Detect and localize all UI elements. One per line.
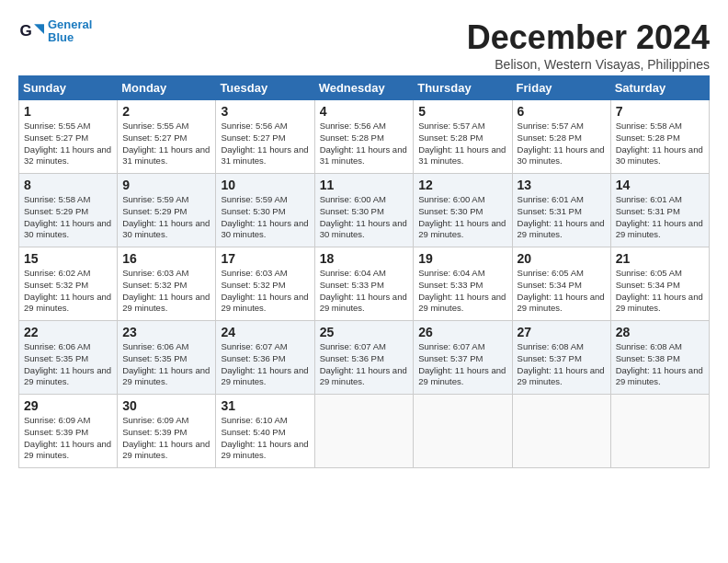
- calendar-cell-day-18: 18 Sunrise: 6:04 AMSunset: 5:33 PMDaylig…: [314, 247, 414, 321]
- day-number: 23: [122, 325, 210, 339]
- calendar-cell-day-13: 13 Sunrise: 6:01 AMSunset: 5:31 PMDaylig…: [512, 174, 610, 247]
- day-info: Sunrise: 6:00 AMSunset: 5:30 PMDaylight:…: [418, 194, 506, 241]
- calendar-cell-day-3: 3 Sunrise: 5:56 AMSunset: 5:27 PMDayligh…: [216, 100, 314, 174]
- day-info: Sunrise: 6:06 AMSunset: 5:35 PMDaylight:…: [122, 341, 210, 388]
- logo-icon: G: [18, 18, 44, 44]
- calendar-cell-day-21: 21 Sunrise: 6:05 AMSunset: 5:34 PMDaylig…: [610, 247, 709, 321]
- weekday-header-tuesday: Tuesday: [216, 76, 314, 100]
- day-number: 12: [418, 178, 506, 192]
- calendar-week-2: 8 Sunrise: 5:58 AMSunset: 5:29 PMDayligh…: [19, 174, 710, 247]
- day-number: 29: [24, 398, 112, 413]
- weekday-header-friday: Friday: [512, 76, 610, 100]
- day-info: Sunrise: 5:57 AMSunset: 5:28 PMDaylight:…: [418, 121, 506, 167]
- day-info: Sunrise: 6:07 AMSunset: 5:37 PMDaylight:…: [418, 341, 506, 388]
- day-info: Sunrise: 6:01 AMSunset: 5:31 PMDaylight:…: [518, 194, 606, 241]
- weekday-header-saturday: Saturday: [610, 76, 709, 100]
- day-info: Sunrise: 5:56 AMSunset: 5:27 PMDaylight:…: [221, 121, 309, 167]
- day-info: Sunrise: 5:59 AMSunset: 5:30 PMDaylight:…: [221, 194, 309, 241]
- calendar-header: SundayMondayTuesdayWednesdayThursdayFrid…: [19, 76, 710, 100]
- calendar-cell-day-5: 5 Sunrise: 5:57 AMSunset: 5:28 PMDayligh…: [414, 100, 512, 174]
- day-number: 8: [24, 178, 112, 192]
- day-number: 15: [24, 251, 112, 266]
- day-number: 16: [122, 251, 210, 266]
- weekday-header-thursday: Thursday: [414, 76, 512, 100]
- day-number: 26: [418, 325, 506, 339]
- calendar-cell-empty: [610, 395, 709, 468]
- logo: G General Blue: [18, 18, 92, 45]
- day-info: Sunrise: 6:04 AMSunset: 5:33 PMDaylight:…: [418, 268, 506, 315]
- calendar-cell-day-6: 6 Sunrise: 5:57 AMSunset: 5:28 PMDayligh…: [512, 100, 610, 174]
- calendar-cell-day-1: 1 Sunrise: 5:55 AMSunset: 5:27 PMDayligh…: [19, 100, 118, 174]
- day-info: Sunrise: 5:56 AMSunset: 5:28 PMDaylight:…: [320, 121, 409, 167]
- logo-line1: General: [48, 17, 92, 31]
- svg-text:G: G: [20, 22, 32, 40]
- calendar-cell-day-31: 31 Sunrise: 6:10 AMSunset: 5:40 PMDaylig…: [216, 395, 314, 468]
- calendar-cell-day-29: 29 Sunrise: 6:09 AMSunset: 5:39 PMDaylig…: [19, 395, 118, 468]
- svg-marker-1: [34, 25, 44, 35]
- calendar-cell-day-27: 27 Sunrise: 6:08 AMSunset: 5:37 PMDaylig…: [512, 321, 610, 395]
- calendar-cell-day-28: 28 Sunrise: 6:08 AMSunset: 5:38 PMDaylig…: [610, 321, 709, 395]
- day-number: 3: [221, 104, 309, 119]
- logo-line2: Blue: [48, 30, 74, 44]
- day-number: 5: [418, 104, 506, 119]
- calendar-cell-day-24: 24 Sunrise: 6:07 AMSunset: 5:36 PMDaylig…: [216, 321, 314, 395]
- day-number: 27: [518, 325, 606, 339]
- calendar-cell-day-12: 12 Sunrise: 6:00 AMSunset: 5:30 PMDaylig…: [414, 174, 512, 247]
- calendar-cell-day-19: 19 Sunrise: 6:04 AMSunset: 5:33 PMDaylig…: [414, 247, 512, 321]
- logo-text: General Blue: [48, 18, 92, 45]
- calendar-cell-day-22: 22 Sunrise: 6:06 AMSunset: 5:35 PMDaylig…: [19, 321, 118, 395]
- day-number: 30: [122, 398, 210, 413]
- weekday-header-sunday: Sunday: [19, 76, 118, 100]
- calendar-cell-day-15: 15 Sunrise: 6:02 AMSunset: 5:32 PMDaylig…: [19, 247, 118, 321]
- calendar-cell-day-23: 23 Sunrise: 6:06 AMSunset: 5:35 PMDaylig…: [118, 321, 216, 395]
- day-number: 21: [616, 251, 704, 266]
- day-info: Sunrise: 6:10 AMSunset: 5:40 PMDaylight:…: [221, 415, 309, 462]
- day-info: Sunrise: 6:03 AMSunset: 5:32 PMDaylight:…: [221, 268, 309, 315]
- day-number: 14: [616, 178, 704, 192]
- day-number: 20: [518, 251, 606, 266]
- calendar-week-5: 29 Sunrise: 6:09 AMSunset: 5:39 PMDaylig…: [19, 395, 710, 468]
- day-number: 9: [122, 178, 210, 192]
- calendar-cell-day-14: 14 Sunrise: 6:01 AMSunset: 5:31 PMDaylig…: [610, 174, 709, 247]
- calendar-cell-day-4: 4 Sunrise: 5:56 AMSunset: 5:28 PMDayligh…: [314, 100, 414, 174]
- day-number: 17: [221, 251, 309, 266]
- calendar-cell-day-11: 11 Sunrise: 6:00 AMSunset: 5:30 PMDaylig…: [314, 174, 414, 247]
- day-info: Sunrise: 6:02 AMSunset: 5:32 PMDaylight:…: [24, 268, 112, 315]
- day-info: Sunrise: 6:08 AMSunset: 5:37 PMDaylight:…: [518, 341, 606, 388]
- day-number: 28: [616, 325, 704, 339]
- day-number: 10: [221, 178, 309, 192]
- day-number: 31: [221, 398, 309, 413]
- calendar-cell-empty: [314, 395, 414, 468]
- day-info: Sunrise: 6:00 AMSunset: 5:30 PMDaylight:…: [320, 194, 409, 241]
- day-info: Sunrise: 5:58 AMSunset: 5:29 PMDaylight:…: [24, 194, 112, 241]
- weekday-header-wednesday: Wednesday: [314, 76, 414, 100]
- calendar-cell-day-25: 25 Sunrise: 6:07 AMSunset: 5:36 PMDaylig…: [314, 321, 414, 395]
- day-number: 4: [320, 104, 409, 119]
- title-block: December 2024 Belison, Western Visayas, …: [467, 18, 710, 72]
- calendar-cell-day-2: 2 Sunrise: 5:55 AMSunset: 5:27 PMDayligh…: [118, 100, 216, 174]
- calendar-table: SundayMondayTuesdayWednesdayThursdayFrid…: [18, 75, 710, 468]
- day-number: 19: [418, 251, 506, 266]
- calendar-cell-day-20: 20 Sunrise: 6:05 AMSunset: 5:34 PMDaylig…: [512, 247, 610, 321]
- calendar-body: 1 Sunrise: 5:55 AMSunset: 5:27 PMDayligh…: [19, 100, 710, 468]
- day-number: 1: [24, 104, 112, 119]
- day-info: Sunrise: 6:06 AMSunset: 5:35 PMDaylight:…: [24, 341, 112, 388]
- day-number: 2: [122, 104, 210, 119]
- weekday-header-monday: Monday: [118, 76, 216, 100]
- day-info: Sunrise: 6:08 AMSunset: 5:38 PMDaylight:…: [616, 341, 704, 388]
- month-title: December 2024: [467, 18, 710, 57]
- calendar-cell-empty: [414, 395, 512, 468]
- calendar-cell-day-10: 10 Sunrise: 5:59 AMSunset: 5:30 PMDaylig…: [216, 174, 314, 247]
- calendar-week-1: 1 Sunrise: 5:55 AMSunset: 5:27 PMDayligh…: [19, 100, 710, 174]
- day-info: Sunrise: 6:09 AMSunset: 5:39 PMDaylight:…: [24, 415, 112, 462]
- page-header: G General Blue December 2024 Belison, We…: [18, 18, 710, 72]
- day-info: Sunrise: 6:09 AMSunset: 5:39 PMDaylight:…: [122, 415, 210, 462]
- day-info: Sunrise: 6:04 AMSunset: 5:33 PMDaylight:…: [320, 268, 409, 315]
- calendar-cell-empty: [512, 395, 610, 468]
- weekday-header-row: SundayMondayTuesdayWednesdayThursdayFrid…: [19, 76, 710, 100]
- calendar-cell-day-26: 26 Sunrise: 6:07 AMSunset: 5:37 PMDaylig…: [414, 321, 512, 395]
- calendar-cell-day-9: 9 Sunrise: 5:59 AMSunset: 5:29 PMDayligh…: [118, 174, 216, 247]
- day-number: 24: [221, 325, 309, 339]
- day-info: Sunrise: 6:05 AMSunset: 5:34 PMDaylight:…: [616, 268, 704, 315]
- day-number: 22: [24, 325, 112, 339]
